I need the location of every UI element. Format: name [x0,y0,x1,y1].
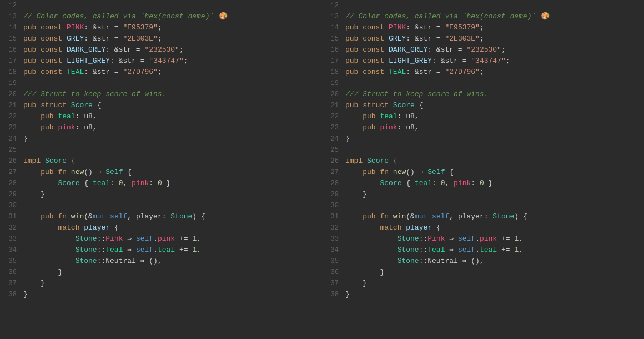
line-content: // Color codes, called via `hex(const_na… [23,11,322,22]
line-content: impl Score { [23,156,322,167]
line-content: pub const PINK: &str = "E95379"; [23,22,322,33]
line-content: pub const PINK: &str = "E95379"; [345,22,644,33]
line-number: 37 [322,278,345,289]
line-row: 25 [322,144,644,156]
line-number: 30 [322,200,345,211]
line-row: 15 pub const GREY: &str = "2E303E"; [322,33,644,44]
line-content: } [23,289,322,300]
line-number: 30 [0,200,23,211]
line-row: 31 pub fn win(&mut self, player: Stone) … [322,211,644,222]
line-content: Stone::Neutral ⇒ (), [23,256,322,267]
line-number: 29 [322,189,345,200]
line-content: } [23,278,322,289]
line-row: 12 [322,0,644,11]
line-row: 25 [0,144,322,156]
line-number: 31 [322,211,345,222]
line-number: 19 [322,78,345,89]
line-number: 28 [0,178,23,189]
line-number: 22 [322,111,345,122]
line-row: 16 pub const DARK_GREY: &str = "232530"; [322,44,644,56]
line-number: 24 [0,133,23,144]
line-number: 16 [322,44,345,56]
line-number: 17 [0,56,23,67]
line-content: } [345,133,644,144]
line-content: Score { teal: 0, pink: 0 } [345,178,644,189]
line-number: 18 [322,67,345,78]
line-row: 12 [0,0,322,11]
line-content: Stone::Pink ⇒ self.pink += 1, [345,233,644,245]
line-row: 23 pub pink: u8, [0,122,322,133]
line-content: pub const DARK_GREY: &str = "232530"; [23,44,322,56]
line-content: Stone::Pink ⇒ self.pink += 1, [23,233,322,245]
line-row: 28 Score { teal: 0, pink: 0 } [322,178,644,189]
line-row: 14 pub const PINK: &str = "E95379"; [0,22,322,33]
line-number: 26 [322,156,345,167]
line-row: 17 pub const LIGHT_GREY: &str = "343747"… [0,56,322,67]
line-row: 36 } [0,267,322,278]
line-content: } [345,267,644,278]
line-number: 32 [322,222,345,233]
line-number: 18 [0,67,23,78]
line-content: pub const GREY: &str = "2E303E"; [23,33,322,44]
line-content: Stone::Teal ⇒ self.teal += 1, [23,245,322,256]
line-number: 16 [0,44,23,56]
line-content: pub fn new() → Self { [345,167,644,178]
line-number: 13 [322,11,345,22]
line-content: } [345,278,644,289]
line-number: 35 [322,256,345,267]
line-row: 36 } [322,267,644,278]
line-number: 26 [0,156,23,167]
line-number: 20 [322,89,345,100]
line-row: 34 Stone::Teal ⇒ self.teal += 1, [322,245,644,256]
right-code: 12 13 // Color codes, called via `hex(co… [322,0,644,300]
line-number: 12 [322,0,345,11]
line-number: 33 [0,233,23,245]
line-row: 27 pub fn new() → Self { [322,167,644,178]
line-row: 18 pub const TEAL: &str = "27D796"; [322,67,644,78]
line-number: 12 [0,0,23,11]
line-content: pub teal: u8, [345,111,644,122]
line-row: 19 [322,78,644,89]
line-content: /// Struct to keep score of wins. [23,89,322,100]
line-number: 27 [0,167,23,178]
line-content: pub struct Score { [23,100,322,111]
line-row: 20 /// Struct to keep score of wins. [0,89,322,100]
line-row: 18 pub const TEAL: &str = "27D796"; [0,67,322,78]
line-row: 26 impl Score { [0,156,322,167]
line-row: 16 pub const DARK_GREY: &str = "232530"; [0,44,322,56]
line-number: 34 [0,245,23,256]
line-number: 21 [322,100,345,111]
line-content: pub teal: u8, [23,111,322,122]
line-number: 28 [322,178,345,189]
line-content: match player { [23,222,322,233]
line-content: pub pink: u8, [23,122,322,133]
line-row: 37 } [0,278,322,289]
line-content: } [23,189,322,200]
line-row: 17 pub const LIGHT_GREY: &str = "343747"… [322,56,644,67]
line-content: /// Struct to keep score of wins. [345,89,644,100]
line-row: 32 match player { [0,222,322,233]
line-number: 24 [322,133,345,144]
line-content: } [345,289,644,300]
line-content: pub const GREY: &str = "2E303E"; [345,33,644,44]
line-content: pub const LIGHT_GREY: &str = "343747"; [23,56,322,67]
line-content: pub fn win(&mut self, player: Stone) { [23,211,322,222]
line-number: 19 [0,78,23,89]
line-content: Score { teal: 0, pink: 0 } [23,178,322,189]
line-row: 13 // Color codes, called via `hex(const… [0,11,322,22]
line-number: 31 [0,211,23,222]
line-row: 35 Stone::Neutral ⇒ (), [0,256,322,267]
right-pane: 12 13 // Color codes, called via `hex(co… [322,0,644,339]
line-number: 36 [322,267,345,278]
line-row: 32 match player { [322,222,644,233]
line-content: pub fn new() → Self { [23,167,322,178]
line-row: 35 Stone::Neutral ⇒ (), [322,256,644,267]
line-row: 14 pub const PINK: &str = "E95379"; [322,22,644,33]
line-number: 17 [322,56,345,67]
line-content: impl Score { [345,156,644,167]
line-number: 38 [0,289,23,300]
line-number: 38 [322,289,345,300]
line-row: 19 [0,78,322,89]
line-row: 30 [322,200,644,211]
line-content: match player { [345,222,644,233]
